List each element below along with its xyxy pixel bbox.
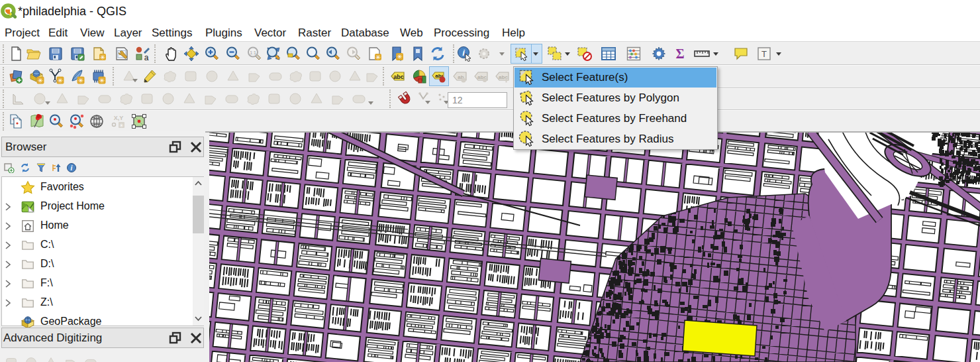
svg-text:✳: ✳	[58, 77, 63, 84]
svg-text:✳: ✳	[100, 54, 105, 61]
svg-text:T: T	[761, 49, 767, 59]
svg-text:1:1: 1:1	[250, 50, 256, 55]
svg-text:✳: ✳	[38, 77, 43, 84]
svg-text:abc: abc	[393, 74, 404, 80]
svg-text:✳: ✳	[78, 77, 83, 84]
svg-text:i: i	[462, 48, 465, 58]
svg-text:X,Y: X,Y	[114, 115, 124, 121]
svg-text:i: i	[71, 164, 73, 172]
svg-text:a: a	[144, 53, 149, 62]
svg-text:✳: ✳	[119, 123, 124, 129]
svg-text:✳: ✳	[397, 53, 402, 60]
svg-text:Σ: Σ	[675, 46, 684, 61]
svg-text:✳: ✳	[99, 77, 105, 84]
svg-text:✳: ✳	[375, 54, 381, 61]
